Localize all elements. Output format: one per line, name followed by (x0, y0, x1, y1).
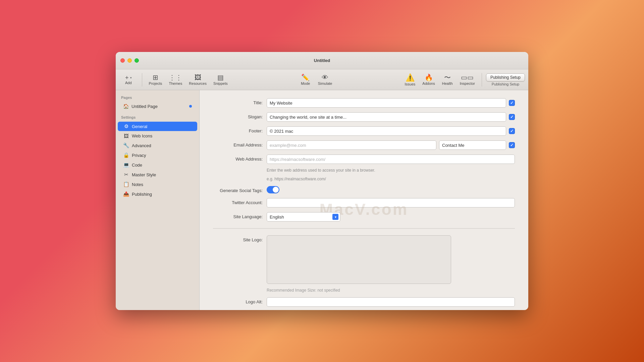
email-row: Email Address: (213, 140, 515, 150)
general-icon: ⚙ (123, 123, 129, 129)
twitter-row: Twitter Account: (213, 198, 515, 207)
social-tags-toggle[interactable] (267, 186, 279, 193)
privacy-icon: 🔒 (123, 152, 129, 158)
untitled-page-item[interactable]: 🏠 Untitled Page (118, 102, 197, 111)
twitter-label: Twitter Account: (213, 198, 267, 205)
social-tags-row: Generate Social Tags: (213, 186, 515, 193)
notes-icon: 📋 (123, 181, 129, 187)
site-language-select[interactable]: English French German Spanish Japanese C… (267, 212, 340, 222)
web-icons-label: Web Icons (132, 133, 152, 138)
title-row: Title: (213, 98, 515, 108)
toolbar: + ▾ Add ⊞ Projects ⋮⋮ Themes 🖼 Resources… (116, 69, 528, 90)
resources-button[interactable]: 🖼 Resources (186, 73, 209, 87)
email-checkbox[interactable] (509, 142, 515, 148)
addons-button[interactable]: 🔥 Addons (420, 73, 437, 87)
logo-drop-zone[interactable] (267, 235, 451, 284)
maximize-button[interactable] (135, 58, 139, 63)
health-button[interactable]: 〜 Health (439, 73, 456, 87)
toolbar-divider-1 (142, 73, 142, 86)
twitter-input[interactable] (267, 198, 515, 207)
twitter-controls (267, 198, 515, 207)
resources-icon: 🖼 (195, 74, 201, 81)
slogan-label: Slogan: (213, 112, 267, 119)
web-address-row: Web Address: Enter the web address used … (213, 155, 515, 181)
publishing-setup-button[interactable]: Publishing Setup (486, 73, 525, 81)
logo-alt-row: Logo Alt: (213, 297, 515, 307)
footer-label: Footer: (213, 126, 267, 133)
site-logo-row: Site Logo: Recommended Image Size: not s… (213, 235, 515, 293)
title-input[interactable] (267, 98, 506, 108)
plus-icon: + (125, 75, 129, 81)
slogan-input[interactable] (267, 112, 506, 122)
sidebar-item-code[interactable]: 💻 Code (118, 160, 197, 170)
projects-button[interactable]: ⊞ Projects (146, 73, 165, 87)
simulate-button[interactable]: 👁 Simulate (315, 73, 335, 87)
footer-checkbox[interactable] (509, 128, 515, 134)
themes-label: Themes (169, 81, 182, 85)
general-label: General (132, 124, 147, 129)
footer-controls (267, 126, 515, 136)
toolbar-divider-2 (482, 73, 482, 86)
inspector-label: Inspector (460, 81, 475, 85)
sidebar-item-web-icons[interactable]: 🖼 Web Icons (118, 131, 197, 140)
sidebar-item-master-style[interactable]: ✂ Master Style (118, 170, 197, 179)
contact-me-input[interactable] (439, 140, 506, 150)
logo-alt-controls (267, 297, 515, 307)
snippets-button[interactable]: ▤ Snippets (211, 73, 230, 87)
form-divider (213, 228, 515, 229)
web-icons-icon: 🖼 (123, 133, 129, 139)
simulate-icon: 👁 (322, 74, 328, 81)
themes-button[interactable]: ⋮⋮ Themes (166, 73, 185, 87)
main-content: Pages 🏠 Untitled Page Settings ⚙ General… (116, 90, 528, 310)
settings-section-title: Settings (116, 114, 199, 121)
resources-label: Resources (189, 81, 207, 85)
mode-button[interactable]: ✏️ Mode (297, 73, 314, 87)
sidebar-item-publishing[interactable]: 📤 Publishing (118, 189, 197, 199)
issues-button[interactable]: ⚠️ Issues (401, 72, 418, 87)
master-style-icon: ✂ (123, 172, 129, 178)
mode-label: Mode (301, 81, 310, 85)
projects-label: Projects (149, 81, 162, 85)
issues-label: Issues (405, 82, 415, 86)
publishing-icon: 📤 (123, 191, 129, 197)
email-controls (267, 140, 515, 150)
publishing-label: Publishing (132, 192, 152, 197)
web-address-hint1: Enter the web address used to access you… (267, 168, 375, 173)
logo-alt-input[interactable] (267, 297, 515, 307)
add-button[interactable]: + ▾ Add (119, 72, 138, 87)
issues-icon: ⚠️ (406, 73, 415, 82)
window-title: Untitled (314, 58, 330, 63)
email-input[interactable] (267, 140, 436, 150)
slogan-row: Slogan: (213, 112, 515, 122)
close-button[interactable] (120, 58, 125, 63)
page-indicator-dot (189, 105, 192, 108)
site-logo-label: Site Logo: (213, 235, 267, 242)
web-address-label: Web Address: (213, 155, 267, 162)
web-address-input[interactable] (267, 155, 515, 164)
sidebar-item-privacy[interactable]: 🔒 Privacy (118, 150, 197, 160)
privacy-label: Privacy (132, 153, 146, 158)
footer-input[interactable] (267, 126, 506, 136)
sidebar-item-advanced[interactable]: 🔧 Advanced (118, 141, 197, 150)
master-style-label: Master Style (132, 172, 156, 177)
inspector-button[interactable]: ▭▭ Inspector (457, 73, 478, 87)
simulate-label: Simulate (318, 81, 332, 85)
minimize-button[interactable] (127, 58, 132, 63)
content-area: MacV.com Title: Slogan: Footer: (200, 90, 528, 310)
logo-hint: Recommended Image Size: not specified (267, 288, 340, 293)
snippets-icon: ▤ (217, 74, 224, 81)
title-checkbox[interactable] (509, 100, 515, 106)
site-logo-controls: Recommended Image Size: not specified (267, 235, 515, 293)
health-label: Health (442, 81, 453, 85)
mode-icon: ✏️ (301, 74, 310, 81)
site-language-row: Site Language: English French German Spa… (213, 212, 515, 222)
email-label: Email Address: (213, 140, 267, 147)
slogan-checkbox[interactable] (509, 114, 515, 120)
social-tags-label: Generate Social Tags: (213, 186, 267, 193)
sidebar-item-general[interactable]: ⚙ General (118, 122, 197, 131)
sidebar-item-notes[interactable]: 📋 Notes (118, 180, 197, 189)
footer-row: Footer: (213, 126, 515, 136)
title-controls (267, 98, 515, 108)
themes-icon: ⋮⋮ (169, 74, 182, 81)
publishing-setup-sub: Publishing Setup (492, 82, 520, 86)
